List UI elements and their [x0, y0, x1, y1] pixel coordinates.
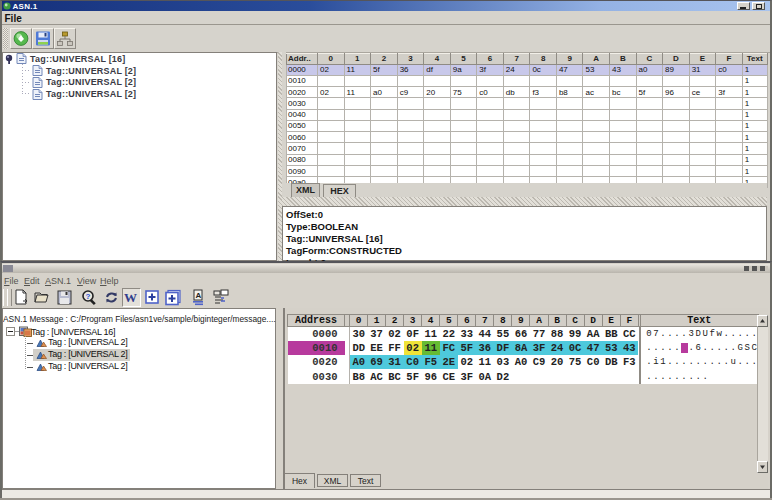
svg-text:W: W — [124, 290, 137, 305]
svg-text:?: ? — [86, 292, 91, 301]
svg-text:A: A — [196, 291, 202, 300]
